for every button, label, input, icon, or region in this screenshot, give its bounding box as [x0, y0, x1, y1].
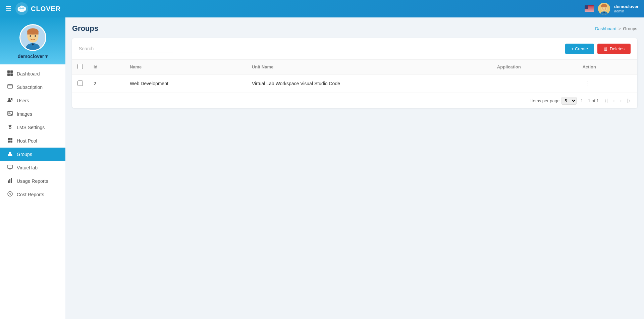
avatar-image: [598, 3, 610, 15]
sidebar-item-label-groups: Groups: [17, 152, 32, 157]
table-head: Id Name Unit Name Application Action: [72, 60, 637, 74]
sidebar-item-dashboard[interactable]: Dashboard: [0, 67, 65, 81]
svg-rect-51: [9, 179, 10, 183]
svg-rect-11: [585, 9, 594, 10]
svg-rect-44: [8, 141, 10, 143]
row-unit-name: Virtual Lab Workspace Visual Studio Code: [247, 74, 492, 93]
page-title: Groups: [72, 24, 98, 33]
sidebar-item-images[interactable]: Images: [0, 107, 65, 121]
prev-page-button[interactable]: ‹: [611, 97, 617, 105]
page-header: Groups Dashboard > Groups: [72, 24, 637, 33]
col-unit-name: Unit Name: [247, 60, 492, 74]
user-info: democlover admin: [614, 4, 639, 14]
col-application: Application: [492, 60, 577, 74]
dashboard-icon: [7, 70, 13, 77]
pagination-controls: ⟨| ‹ › |⟩: [603, 97, 632, 105]
svg-rect-31: [7, 70, 10, 73]
sidebar-item-label-images: Images: [17, 111, 32, 117]
sidebar-item-label-virtuel-lab: Virtuel lab: [17, 165, 38, 170]
svg-point-6: [22, 7, 24, 9]
header-left: ☰ CLOVER: [5, 2, 61, 15]
svg-point-19: [602, 8, 603, 8]
next-page-button[interactable]: ›: [618, 97, 624, 105]
layout: democlover ▾ Dashboard Subscription User…: [0, 17, 644, 319]
svg-rect-50: [8, 180, 9, 183]
sidebar-profile: democlover ▾: [0, 17, 65, 64]
last-page-button[interactable]: |⟩: [625, 97, 632, 105]
sidebar-item-label-users: Users: [17, 98, 29, 103]
content-card: + Create 🗑 Deletes Id Name: [72, 38, 637, 108]
sidebar-item-label-host-pool: Host Pool: [17, 138, 37, 144]
svg-rect-47: [8, 165, 12, 168]
sidebar-item-label-dashboard: Dashboard: [17, 71, 40, 76]
sidebar-nav: Dashboard Subscription Users Images LMS …: [0, 64, 65, 319]
breadcrumb-parent[interactable]: Dashboard: [595, 26, 616, 31]
svg-rect-12: [585, 10, 594, 11]
top-header: ☰ CLOVER: [0, 0, 644, 17]
svg-rect-34: [10, 73, 13, 76]
col-action: Action: [577, 60, 637, 74]
create-button[interactable]: + Create: [565, 44, 594, 54]
svg-rect-13: [585, 11, 594, 12]
svg-point-5: [19, 7, 22, 9]
sidebar-item-label-usage-reports: Usage Reports: [17, 178, 48, 184]
usage-reports-icon: [7, 178, 13, 184]
row-action: ⋮: [577, 74, 637, 93]
pagination-bar: Items per page 5102550 1 – 1 of 1 ⟨| ‹ ›…: [72, 93, 637, 108]
svg-point-37: [8, 98, 10, 100]
header-right: democlover admin: [585, 3, 639, 15]
svg-point-27: [30, 35, 31, 37]
row-checkbox[interactable]: [77, 81, 83, 86]
app-name: CLOVER: [31, 5, 61, 13]
sidebar-item-users[interactable]: Users: [0, 94, 65, 107]
row-application: [492, 74, 577, 93]
svg-point-38: [11, 98, 13, 100]
col-checkbox: [72, 60, 88, 74]
language-flag-icon[interactable]: [585, 5, 594, 12]
select-all-checkbox[interactable]: [77, 64, 83, 69]
hamburger-icon[interactable]: ☰: [5, 5, 11, 13]
sidebar-item-host-pool[interactable]: Host Pool: [0, 134, 65, 148]
items-per-page-label: Items per page: [530, 98, 559, 103]
sidebar-item-virtuel-lab[interactable]: Virtuel lab: [0, 161, 65, 174]
items-per-page: Items per page 5102550: [530, 97, 577, 105]
first-page-button[interactable]: ⟨|: [603, 97, 610, 105]
row-action-menu-button[interactable]: ⋮: [582, 78, 594, 89]
sidebar-item-label-cost-reports: Cost Reports: [17, 192, 44, 197]
sidebar-item-subscription[interactable]: Subscription: [0, 81, 65, 94]
sidebar-item-lms-settings[interactable]: LMS Settings: [0, 121, 65, 134]
svg-rect-42: [8, 138, 10, 140]
breadcrumb-current: Groups: [623, 26, 637, 31]
sidebar-profile-name[interactable]: democlover ▾: [18, 54, 48, 59]
svg-rect-52: [11, 178, 12, 183]
sidebar-item-usage-reports[interactable]: Usage Reports: [0, 174, 65, 188]
profile-avatar: [19, 24, 46, 51]
user-avatar[interactable]: [598, 3, 610, 15]
table-row: 2 Web Development Virtual Lab Workspace …: [72, 74, 637, 93]
breadcrumb: Dashboard > Groups: [595, 26, 637, 31]
sidebar: democlover ▾ Dashboard Subscription User…: [0, 17, 65, 319]
main-content: Groups Dashboard > Groups + Create 🗑 Del…: [65, 17, 644, 319]
sidebar-item-groups[interactable]: Groups: [0, 148, 65, 161]
delete-button[interactable]: 🗑 Deletes: [597, 44, 631, 54]
items-per-page-select[interactable]: 5102550: [561, 97, 577, 105]
table-header-row: Id Name Unit Name Application Action: [72, 60, 637, 74]
breadcrumb-separator: >: [619, 26, 621, 31]
search-input[interactable]: [79, 45, 173, 53]
sidebar-item-cost-reports[interactable]: $ Cost Reports: [0, 188, 65, 201]
col-name: Name: [124, 60, 247, 74]
logo-area: CLOVER: [15, 2, 61, 15]
images-icon: [7, 111, 13, 117]
users-icon: [7, 97, 13, 104]
row-checkbox-cell: [72, 74, 88, 93]
data-table: Id Name Unit Name Application Action 2 W…: [72, 60, 637, 93]
svg-rect-26: [27, 32, 38, 35]
card-toolbar: + Create 🗑 Deletes: [72, 38, 637, 60]
svg-point-28: [35, 35, 36, 37]
delete-button-label: Deletes: [610, 46, 625, 51]
cost-reports-icon: $: [7, 191, 13, 198]
row-name: Web Development: [124, 74, 247, 93]
profile-avatar-image: [20, 25, 45, 50]
svg-rect-32: [10, 70, 13, 73]
page-info: 1 – 1 of 1: [581, 98, 599, 103]
